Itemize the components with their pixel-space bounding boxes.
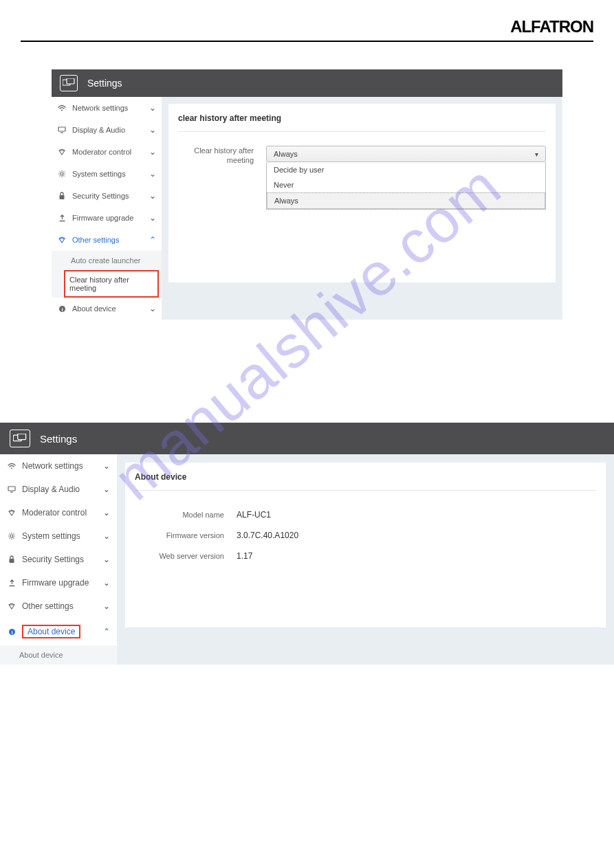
svg-point-18 (10, 535, 13, 537)
chevron-down-icon: ⌄ (149, 125, 156, 135)
sidebar-item-firmware[interactable]: Firmware upgrade ⌄ (0, 571, 117, 594)
chevron-down-icon: ⌄ (103, 508, 110, 518)
info-label: Model name (135, 511, 224, 519)
sidebar-item-display[interactable]: Display & Audio ⌄ (0, 478, 117, 501)
sidebar: Network settings ⌄ Display & Audio ⌄ Mod… (0, 454, 117, 665)
sidebar-item-label: Network settings (72, 104, 144, 112)
svg-rect-7 (60, 195, 65, 199)
sidebar-subitem-about-device[interactable]: About device (0, 645, 117, 665)
content-pane: About device Model name ALF-UC1 Firmware… (125, 463, 606, 627)
chevron-down-icon: ⌄ (103, 531, 110, 541)
sidebar-item-moderator[interactable]: Moderator control ⌄ (0, 501, 117, 524)
info-icon: i (57, 305, 67, 313)
chevron-down-icon: ⌄ (149, 147, 156, 157)
dropdown-arrow-icon: ▾ (535, 151, 538, 158)
sidebar-item-label: About device (72, 304, 144, 313)
wifi-icon (7, 463, 17, 469)
info-row-model: Model name ALF-UC1 (135, 504, 596, 525)
chevron-down-icon: ⌄ (149, 103, 156, 113)
panel-title: Settings (87, 78, 122, 89)
sidebar-item-label: Other settings (22, 601, 98, 611)
settings-panel-clear-history: Settings Network settings ⌄ Display & Au… (52, 69, 562, 320)
sidebar-item-label: System settings (72, 170, 144, 178)
upload-icon (7, 579, 17, 587)
sidebar-item-firmware[interactable]: Firmware upgrade ⌄ (52, 207, 162, 229)
wifi-icon (57, 104, 67, 111)
lock-icon (57, 192, 67, 200)
sidebar-subitems: About device (0, 645, 117, 665)
sidebar: Network settings ⌄ Display & Audio ⌄ Mod… (52, 97, 162, 320)
gear-icon (57, 170, 67, 178)
monitor-icon (57, 126, 67, 133)
svg-rect-3 (58, 127, 65, 131)
sidebar-item-security[interactable]: Security Settings ⌄ (0, 548, 117, 571)
svg-rect-13 (18, 434, 26, 440)
svg-rect-19 (10, 559, 14, 563)
sidebar-item-label: Moderator control (22, 508, 98, 518)
svg-rect-15 (8, 487, 15, 491)
sidebar-item-network[interactable]: Network settings ⌄ (0, 454, 117, 478)
chevron-down-icon: ⌄ (103, 485, 110, 494)
svg-point-14 (11, 468, 12, 469)
sidebar-item-label: Other settings (72, 236, 144, 244)
content-pane: clear history after meeting Clear histor… (168, 104, 556, 282)
chevron-down-icon: ⌄ (103, 461, 110, 471)
info-value: ALF-UC1 (237, 510, 271, 520)
svg-text:i: i (61, 306, 63, 312)
settings-panel-about: Settings Network settings ⌄ Display & Au… (0, 423, 614, 665)
sidebar-subitem-auto-launcher[interactable]: Auto create launcher (52, 251, 162, 270)
chevron-down-icon: ⌄ (149, 304, 156, 313)
info-value: 3.0.7C.40.A1020 (237, 531, 298, 540)
chevron-down-icon: ⌄ (103, 555, 110, 564)
info-label: Web server version (135, 552, 224, 560)
chevron-down-icon: ⌄ (149, 191, 156, 201)
dropdown-option-decide[interactable]: Decide by user (267, 162, 545, 177)
sidebar-item-system[interactable]: System settings ⌄ (0, 524, 117, 548)
chevron-up-icon: ⌃ (103, 627, 110, 636)
sidebar-item-label: Firmware upgrade (72, 214, 144, 222)
chevron-down-icon: ⌄ (103, 601, 110, 611)
sidebar-item-system[interactable]: System settings ⌄ (52, 163, 162, 185)
dropdown-list: Decide by user Never Always (266, 162, 546, 210)
info-icon: i (7, 628, 17, 636)
brand-header: ALFATRON (21, 17, 593, 42)
sidebar-item-security[interactable]: Security Settings ⌄ (52, 185, 162, 207)
panel-header: Settings (52, 69, 562, 97)
diamond-icon (57, 236, 67, 243)
sidebar-subitem-clear-history[interactable]: Clear history after meeting (64, 270, 159, 298)
svg-point-6 (61, 173, 63, 175)
chevron-down-icon: ⌄ (103, 578, 110, 588)
upload-icon (57, 214, 67, 222)
sidebar-item-label: Security Settings (22, 555, 98, 564)
select-clear-history[interactable]: Always ▾ (266, 146, 546, 162)
sidebar-item-display[interactable]: Display & Audio ⌄ (52, 119, 162, 141)
info-row-webserver: Web server version 1.17 (135, 546, 596, 566)
svg-text:i: i (11, 629, 12, 635)
select-value: Always (274, 150, 298, 158)
dropdown-option-never[interactable]: Never (267, 177, 545, 192)
svg-point-2 (61, 110, 63, 111)
sidebar-item-about[interactable]: i About device ⌃ (0, 618, 117, 645)
form-row-clear-history: Clear history after meeting Always ▾ Dec… (178, 146, 546, 210)
chevron-down-icon: ⌄ (149, 169, 156, 179)
dropdown-option-always[interactable]: Always (267, 192, 545, 209)
sidebar-item-network[interactable]: Network settings ⌄ (52, 97, 162, 119)
info-row-firmware: Firmware version 3.0.7C.40.A1020 (135, 525, 596, 546)
brand-logo: ALFATRON (510, 17, 593, 36)
sidebar-item-about[interactable]: i About device ⌄ (52, 298, 162, 320)
info-value: 1.17 (237, 551, 252, 561)
svg-rect-1 (67, 78, 74, 84)
content-heading: clear history after meeting (178, 113, 546, 132)
sidebar-item-moderator[interactable]: Moderator control ⌄ (52, 141, 162, 163)
diamond-icon (7, 509, 17, 516)
sidebar-item-other[interactable]: Other settings ⌄ (0, 594, 117, 618)
sidebar-subitems: Auto create launcher Clear history after… (52, 251, 162, 298)
panel-title: Settings (40, 433, 77, 445)
sidebar-item-label: System settings (22, 531, 98, 541)
sidebar-item-label: Display & Audio (22, 485, 98, 494)
sidebar-item-label: About device (22, 625, 80, 638)
sidebar-item-other[interactable]: Other settings ⌃ (52, 229, 162, 251)
sidebar-item-label: Network settings (22, 461, 98, 471)
chevron-down-icon: ⌄ (149, 213, 156, 223)
screens-icon (10, 430, 30, 447)
